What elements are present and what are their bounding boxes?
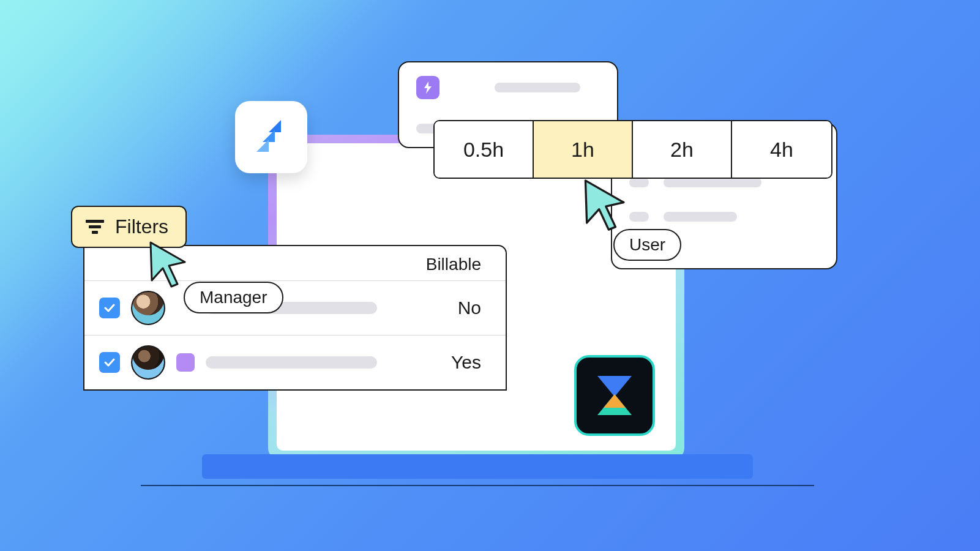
svg-marker-0 (597, 376, 632, 397)
table-row[interactable]: No (84, 280, 506, 335)
placeholder-dot (629, 178, 649, 187)
svg-rect-5 (89, 225, 101, 228)
placeholder-line (664, 212, 737, 222)
time-option[interactable]: 0.5h (435, 121, 534, 178)
time-option[interactable]: 4h (732, 121, 831, 178)
table-row[interactable]: Yes (84, 335, 506, 389)
billable-value: Yes (451, 352, 481, 373)
placeholder-dot (629, 212, 649, 222)
avatar (131, 291, 165, 325)
check-icon (103, 302, 116, 314)
filter-table: Billable No Yes (83, 245, 507, 391)
time-option-label: 1h (571, 138, 594, 162)
svg-rect-4 (86, 220, 104, 223)
time-option-label: 2h (670, 138, 694, 162)
bolt-badge (416, 76, 440, 99)
table-header: Billable (84, 246, 506, 280)
placeholder-line (664, 178, 761, 187)
role-pill-user: User (613, 229, 681, 261)
billable-value: No (458, 298, 481, 318)
svg-marker-3 (604, 394, 626, 408)
hourglass-icon (590, 371, 639, 420)
filters-label: Filters (115, 216, 168, 238)
color-swatch (176, 353, 195, 372)
time-option[interactable]: 1h (534, 121, 633, 178)
role-label: User (629, 235, 665, 254)
time-segmented-control[interactable]: 0.5h 1h 2h 4h (433, 120, 832, 179)
avatar (131, 345, 165, 380)
time-option-label: 0.5h (463, 138, 504, 162)
time-option[interactable]: 2h (633, 121, 732, 178)
jira-logo-badge (235, 101, 307, 173)
filter-icon (86, 220, 104, 234)
timetracker-logo-badge (574, 355, 655, 436)
placeholder-line (495, 83, 580, 92)
check-icon (103, 356, 116, 369)
column-header-billable: Billable (426, 255, 481, 274)
jira-icon (250, 116, 292, 158)
filters-button[interactable]: Filters (71, 206, 187, 248)
role-label: Manager (200, 288, 267, 307)
placeholder-bar (206, 356, 377, 369)
laptop-base (202, 454, 753, 479)
row-checkbox[interactable] (99, 352, 120, 373)
bolt-icon (423, 81, 433, 94)
row-checkbox[interactable] (99, 298, 120, 318)
role-pill-manager: Manager (184, 282, 283, 313)
svg-rect-6 (92, 231, 98, 234)
time-option-label: 4h (770, 138, 793, 162)
laptop-shadow (141, 485, 814, 486)
